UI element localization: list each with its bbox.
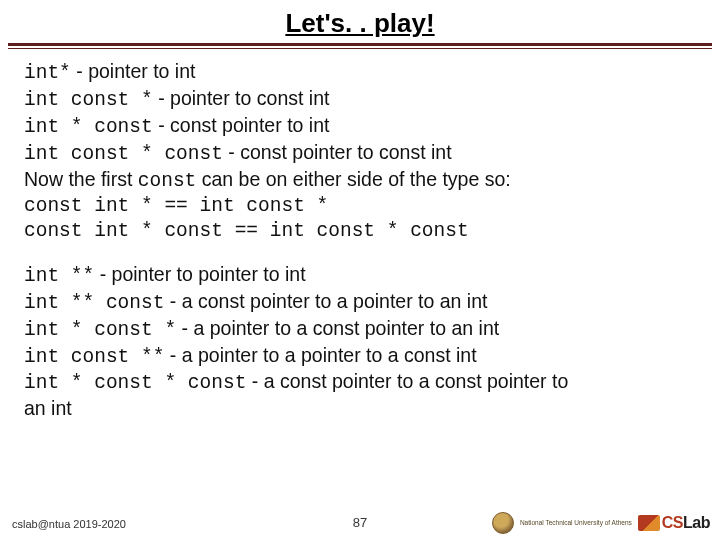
- line-2: int ** const - a const pointer to a poin…: [24, 289, 696, 316]
- line-4: int const ** - a pointer to a pointer to…: [24, 343, 696, 370]
- desc: - pointer to const int: [153, 87, 330, 109]
- divider-top: [8, 43, 712, 46]
- ntua-label: National Technical University of Athens: [520, 520, 632, 527]
- code: const: [138, 170, 197, 192]
- code: int const *: [24, 89, 153, 111]
- line-6: const int * == int const *: [24, 194, 696, 219]
- slide-title: Let's. . play!: [0, 0, 720, 43]
- line-1: int ** - pointer to pointer to int: [24, 262, 696, 289]
- cslab-logo: CSLab: [638, 514, 710, 532]
- code: int ** const: [24, 292, 164, 314]
- block-1: int* - pointer to int int const * - poin…: [24, 59, 696, 244]
- desc: - const pointer to const int: [223, 141, 452, 163]
- code: int * const: [24, 116, 153, 138]
- code: int * const *: [24, 319, 176, 341]
- code: int const * const: [24, 143, 223, 165]
- code: int **: [24, 265, 94, 287]
- code: int * const * const: [24, 372, 246, 394]
- line-3: int * const - const pointer to int: [24, 113, 696, 140]
- line-5: Now the first const can be on either sid…: [24, 167, 696, 194]
- code: int*: [24, 62, 71, 84]
- line-4: int const * const - const pointer to con…: [24, 140, 696, 167]
- footer-logos: National Technical University of Athens …: [492, 512, 710, 534]
- desc: - a pointer to a pointer to a const int: [164, 344, 476, 366]
- desc: - pointer to pointer to int: [94, 263, 305, 285]
- footer: cslab@ntua 2019-2020 87 National Technic…: [0, 508, 720, 534]
- desc: - pointer to int: [71, 60, 196, 82]
- text: can be on either side of the type so:: [196, 168, 510, 190]
- text: Now the first: [24, 168, 138, 190]
- slide-body: int* - pointer to int int const * - poin…: [0, 49, 720, 421]
- desc: - a const pointer to a pointer to an int: [164, 290, 487, 312]
- line-6: an int: [24, 396, 696, 421]
- desc: - a pointer to a const pointer to an int: [176, 317, 499, 339]
- desc: - a const pointer to a const pointer to: [246, 370, 568, 392]
- line-3: int * const * - a pointer to a const poi…: [24, 316, 696, 343]
- code: int const **: [24, 346, 164, 368]
- cslab-mark-icon: [638, 515, 660, 531]
- line-5: int * const * const - a const pointer to…: [24, 369, 696, 396]
- desc: - const pointer to int: [153, 114, 330, 136]
- line-2: int const * - pointer to const int: [24, 86, 696, 113]
- line-7: const int * const == int const * const: [24, 219, 696, 244]
- ntua-crest-icon: [492, 512, 514, 534]
- cslab-wordmark: CSLab: [662, 514, 710, 532]
- block-2: int ** - pointer to pointer to int int *…: [24, 262, 696, 422]
- line-1: int* - pointer to int: [24, 59, 696, 86]
